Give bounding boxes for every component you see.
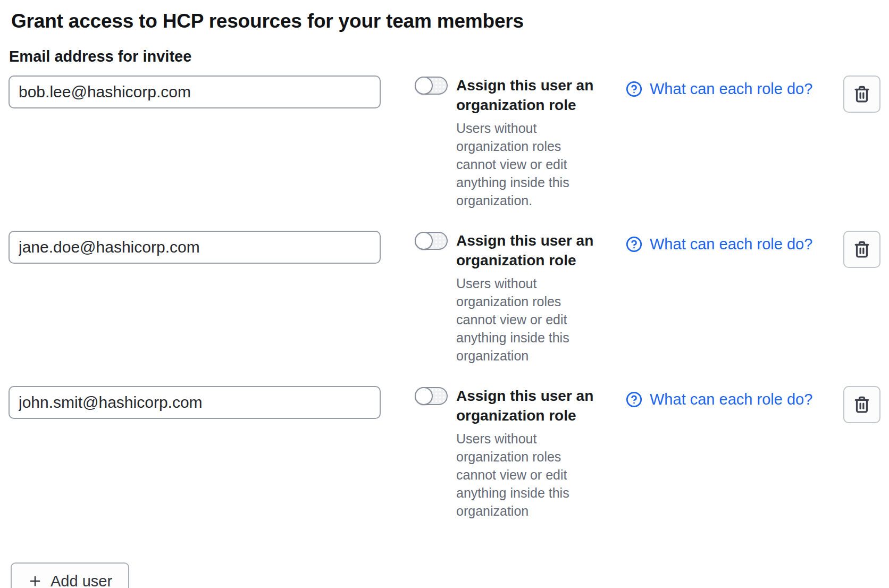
invite-row: Assign this user an organization role Us… xyxy=(9,75,880,209)
assign-role-label: Assign this user an organization role xyxy=(456,386,622,425)
role-help-link-label: What can each role do? xyxy=(650,236,812,253)
assign-role-label: Assign this user an organization role xyxy=(456,75,622,115)
assign-role-col: Assign this user an organization role Us… xyxy=(456,386,622,520)
toggle-knob xyxy=(415,387,433,405)
add-user-label: Add user xyxy=(51,573,112,588)
role-help-link[interactable]: What can each role do? xyxy=(625,236,812,253)
assign-role-label: Assign this user an organization role xyxy=(456,231,622,270)
delete-row-button[interactable] xyxy=(843,231,880,268)
invite-row: Assign this user an organization role Us… xyxy=(9,386,880,520)
email-input[interactable] xyxy=(9,386,381,419)
assign-role-col: Assign this user an organization role Us… xyxy=(456,75,622,209)
role-help-col: What can each role do? xyxy=(625,75,812,100)
role-help-link-label: What can each role do? xyxy=(650,80,812,98)
email-field-label: Email address for invitee xyxy=(9,47,880,66)
invite-users-page: Grant access to HCP resources for your t… xyxy=(0,0,889,588)
trash-icon xyxy=(852,240,871,259)
role-help-col: What can each role do? xyxy=(625,231,812,255)
delete-row-button[interactable] xyxy=(843,75,880,113)
trash-icon xyxy=(852,395,871,414)
assign-role-description: Users without organization roles cannot … xyxy=(456,430,586,520)
assign-role-description: Users without organization roles cannot … xyxy=(456,119,586,209)
trash-icon xyxy=(852,85,871,104)
invite-rows: Assign this user an organization role Us… xyxy=(9,75,880,520)
role-help-link-label: What can each role do? xyxy=(650,391,812,408)
role-help-link[interactable]: What can each role do? xyxy=(625,80,812,98)
role-help-col: What can each role do? xyxy=(625,386,812,410)
org-role-toggle[interactable] xyxy=(415,387,448,405)
page-title: Grant access to HCP resources for your t… xyxy=(11,10,880,33)
assign-role-description: Users without organization roles cannot … xyxy=(456,274,586,365)
email-input[interactable] xyxy=(9,75,381,108)
help-circle-icon xyxy=(625,391,643,408)
email-input[interactable] xyxy=(9,231,381,264)
plus-icon xyxy=(28,574,43,588)
help-circle-icon xyxy=(625,236,643,253)
assign-role-col: Assign this user an organization role Us… xyxy=(456,231,622,365)
toggle-knob xyxy=(415,77,433,95)
toggle-knob xyxy=(415,232,433,250)
delete-row-button[interactable] xyxy=(843,386,880,423)
add-user-button[interactable]: Add user xyxy=(11,562,129,588)
org-role-toggle[interactable] xyxy=(415,232,448,250)
invite-row: Assign this user an organization role Us… xyxy=(9,231,880,365)
role-help-link[interactable]: What can each role do? xyxy=(625,391,812,408)
help-circle-icon xyxy=(625,80,643,98)
org-role-toggle[interactable] xyxy=(415,77,448,95)
